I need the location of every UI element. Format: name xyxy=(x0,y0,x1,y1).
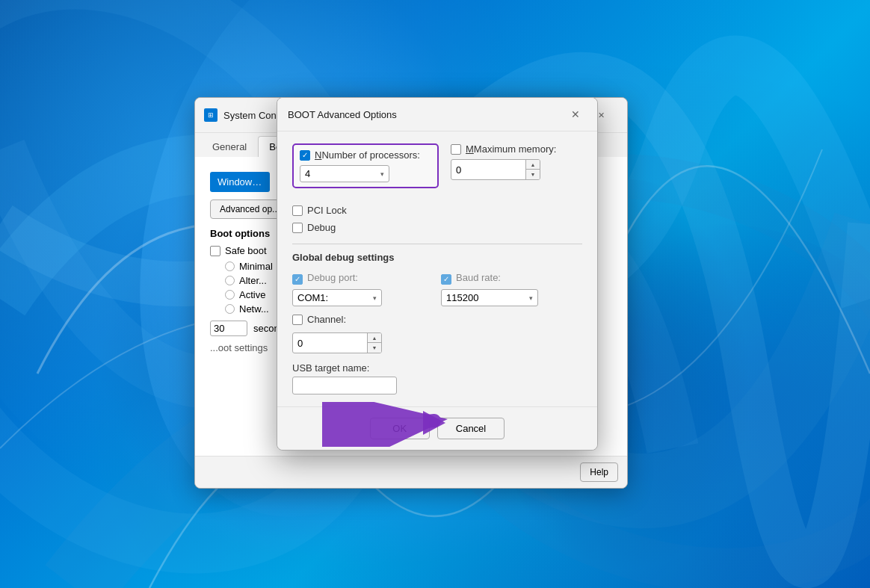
safe-boot-label: Safe boot xyxy=(225,245,267,256)
debug-port-label-row: Debug port: xyxy=(292,272,434,286)
baud-rate-select[interactable]: 115200 ▾ xyxy=(441,289,538,306)
channel-down[interactable]: ▼ xyxy=(368,343,381,353)
max-memory-value: 0 xyxy=(451,162,525,178)
network-radio[interactable] xyxy=(225,304,235,314)
active-radio[interactable] xyxy=(225,290,235,300)
debug-checkbox[interactable] xyxy=(292,223,303,233)
num-processors-group: NNumber of processors: 4 ▾ xyxy=(292,143,439,188)
max-memory-label: MMaximum memory: xyxy=(466,143,556,155)
baud-rate-label: Baud rate: xyxy=(456,272,501,283)
baud-rate-label-row: Baud rate: xyxy=(441,272,582,286)
usb-target-label: USB target name: xyxy=(292,362,582,374)
max-memory-spinner-buttons: ▲ ▼ xyxy=(525,160,540,179)
max-memory-checkbox[interactable] xyxy=(451,144,461,155)
cancel-btn[interactable]: Cancel xyxy=(437,418,505,439)
dialog-body: NNumber of processors: 4 ▾ MMaximum memo… xyxy=(277,131,597,406)
num-processors-label: NNumber of processors: xyxy=(315,149,420,161)
separator xyxy=(292,244,582,244)
dialog-footer: OK Cancel xyxy=(277,406,597,450)
channel-spinner-wrapper: 0 ▲ ▼ xyxy=(292,332,582,353)
dialog-title: BOOT Advanced Options xyxy=(288,109,397,120)
channel-up[interactable]: ▲ xyxy=(368,333,381,343)
top-options-row: NNumber of processors: 4 ▾ MMaximum memo… xyxy=(292,143,582,199)
baud-rate-group: Baud rate: 115200 ▾ xyxy=(441,272,582,306)
channel-spinner: 0 ▲ ▼ xyxy=(292,332,382,353)
num-processors-checkbox[interactable] xyxy=(300,150,310,161)
channel-row: Channel: xyxy=(292,314,582,325)
pci-lock-checkbox[interactable] xyxy=(292,205,303,216)
max-memory-spinner: 0 ▲ ▼ xyxy=(451,159,540,180)
channel-label: Channel: xyxy=(307,314,346,325)
minimal-label: Minimal xyxy=(239,261,273,272)
channel-value: 0 xyxy=(293,335,367,351)
syscfg-help-btn[interactable]: Help xyxy=(580,462,618,482)
baud-rate-value: 115200 xyxy=(446,292,478,303)
num-processors-value: 4 xyxy=(305,168,310,179)
boot-advanced-dialog: BOOT Advanced Options ✕ NNumber of proce… xyxy=(277,97,598,451)
debug-label: Debug xyxy=(307,222,336,233)
channel-spinner-buttons: ▲ ▼ xyxy=(367,333,381,353)
safe-boot-checkbox[interactable] xyxy=(210,246,220,256)
baud-rate-checkbox[interactable] xyxy=(441,274,451,285)
channel-checkbox[interactable] xyxy=(292,315,303,325)
alternate-radio[interactable] xyxy=(225,276,235,285)
minimal-radio[interactable] xyxy=(225,261,235,271)
active-label: Active xyxy=(239,289,265,300)
debug-port-baud-row: Debug port: COM1: ▾ Baud rate: 115200 ▾ xyxy=(292,272,582,306)
num-processors-select[interactable]: 4 ▾ xyxy=(300,165,389,182)
debug-port-select[interactable]: COM1: ▾ xyxy=(292,289,382,306)
max-memory-up[interactable]: ▲ xyxy=(526,160,540,170)
usb-section: USB target name: xyxy=(292,362,582,394)
baud-rate-arrow: ▾ xyxy=(529,294,533,302)
debug-port-group: Debug port: COM1: ▾ xyxy=(292,272,434,306)
syscfg-footer: Help xyxy=(195,456,627,488)
dialog-close-btn[interactable]: ✕ xyxy=(564,105,587,123)
alternate-label: Alter... xyxy=(239,275,267,286)
num-processors-checkbox-row: NNumber of processors: xyxy=(300,149,431,161)
syscfg-title: System Con... xyxy=(223,110,285,121)
global-debug-title: Global debug settings xyxy=(292,252,582,263)
syscfg-app-icon: ⊞ xyxy=(204,108,218,122)
syscfg-title-area: ⊞ System Con... xyxy=(204,108,285,122)
dialog-titlebar: BOOT Advanced Options ✕ xyxy=(277,98,597,131)
num-processors-dropdown-arrow: ▾ xyxy=(380,170,384,178)
debug-port-label: Debug port: xyxy=(307,272,358,283)
debug-port-checkbox[interactable] xyxy=(292,274,303,285)
tab-general[interactable]: General xyxy=(201,136,258,157)
debug-port-arrow: ▾ xyxy=(373,294,377,302)
timeout-input[interactable] xyxy=(210,321,247,336)
max-memory-group: MMaximum memory: 0 ▲ ▼ xyxy=(451,143,582,199)
os-entry[interactable]: Windows 11 (... xyxy=(210,172,270,192)
network-label: Netw... xyxy=(239,303,269,315)
usb-target-input[interactable] xyxy=(292,377,397,394)
pci-lock-row: PCI Lock xyxy=(292,205,582,216)
pci-lock-label: PCI Lock xyxy=(307,205,347,216)
ok-btn[interactable]: OK xyxy=(370,418,430,439)
max-memory-checkbox-row: MMaximum memory: xyxy=(451,143,582,155)
max-memory-down[interactable]: ▼ xyxy=(526,170,540,179)
debug-row: Debug xyxy=(292,222,582,233)
debug-port-value: COM1: xyxy=(297,292,328,303)
